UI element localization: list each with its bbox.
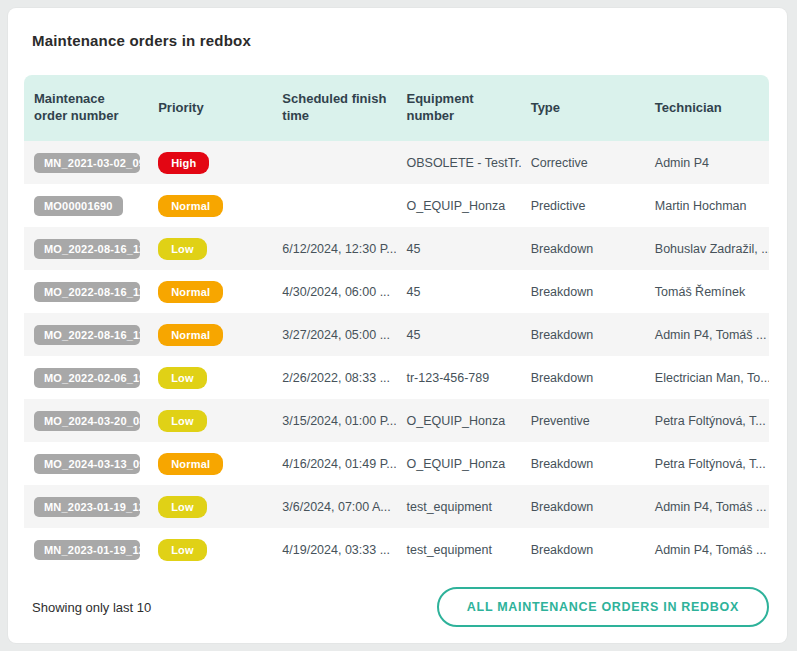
order-number-pill: MO_2022-08-16_11:0 xyxy=(34,325,140,345)
column-header-priority: Priority xyxy=(148,75,272,141)
cell-technician: Admin P4 xyxy=(645,141,769,184)
priority-badge: Normal xyxy=(158,195,223,217)
table-row[interactable]: MO00001690 Normal O_EQUIP_Honza Predicti… xyxy=(24,184,769,227)
cell-order-number: MO00001690 xyxy=(24,184,148,227)
order-number-pill: MN_2023-01-19_12:11 xyxy=(34,540,140,560)
showing-note: Showing only last 10 xyxy=(32,600,151,615)
cell-priority: Normal xyxy=(148,313,272,356)
cell-equipment-number: 45 xyxy=(396,270,520,313)
page-title: Maintenance orders in redbox xyxy=(32,32,771,49)
order-number-pill: MO00001690 xyxy=(34,196,123,216)
cell-technician: Tomáš Řemínek xyxy=(645,270,769,313)
cell-priority: Low xyxy=(148,356,272,399)
all-maintenance-orders-button[interactable]: ALL MAINTENANCE ORDERS IN REDBOX xyxy=(437,587,769,627)
table-header: Maintenace order numberPriorityScheduled… xyxy=(24,75,769,141)
table-row[interactable]: MO_2024-03-13_09:4 Normal 4/16/2024, 01:… xyxy=(24,442,769,485)
cell-scheduled-finish-time: 4/16/2024, 01:49 P... xyxy=(272,442,396,485)
cell-technician: Admin P4, Tomáš ... xyxy=(645,485,769,528)
cell-technician: Admin P4, Tomáš ... xyxy=(645,313,769,356)
cell-type: Preventive xyxy=(521,399,645,442)
cell-order-number: MN_2023-01-19_12:11 xyxy=(24,528,148,571)
column-header-technician: Technician xyxy=(645,75,769,141)
cell-order-number: MO_2022-08-16_11:0 xyxy=(24,313,148,356)
cell-order-number: MO_2022-02-06_19:3 xyxy=(24,356,148,399)
cell-technician: Petra Foltýnová, T... xyxy=(645,399,769,442)
cell-type: Breakdown xyxy=(521,442,645,485)
cell-priority: Normal xyxy=(148,270,272,313)
column-header-equipment_number: Equipment number xyxy=(396,75,520,141)
cell-equipment-number: O_EQUIP_Honza xyxy=(396,399,520,442)
order-number-pill: MO_2022-08-16_11:18 xyxy=(34,239,140,259)
cell-type: Breakdown xyxy=(521,485,645,528)
cell-type: Predictive xyxy=(521,184,645,227)
cell-type: Breakdown xyxy=(521,270,645,313)
cell-scheduled-finish-time: 3/15/2024, 01:00 P... xyxy=(272,399,396,442)
cell-order-number: MO_2022-08-16_11:18 xyxy=(24,227,148,270)
cell-equipment-number: O_EQUIP_Honza xyxy=(396,184,520,227)
cell-order-number: MO_2024-03-20_08: xyxy=(24,399,148,442)
cell-scheduled-finish-time: 2/26/2022, 08:33 ... xyxy=(272,356,396,399)
cell-technician: Bohuslav Zadražil, ... xyxy=(645,227,769,270)
priority-badge: Normal xyxy=(158,453,223,475)
priority-badge: Normal xyxy=(158,324,223,346)
priority-badge: Low xyxy=(158,539,207,561)
table-row[interactable]: MO_2024-03-20_08: Low 3/15/2024, 01:00 P… xyxy=(24,399,769,442)
cell-scheduled-finish-time: 6/12/2024, 12:30 P... xyxy=(272,227,396,270)
cell-type: Breakdown xyxy=(521,356,645,399)
order-number-pill: MO_2022-02-06_19:3 xyxy=(34,368,140,388)
cell-scheduled-finish-time: 4/30/2024, 06:00 ... xyxy=(272,270,396,313)
column-header-type: Type xyxy=(521,75,645,141)
cell-priority: Low xyxy=(148,485,272,528)
order-number-pill: MO_2022-08-16_11:16 xyxy=(34,282,140,302)
table-footer: Showing only last 10 ALL MAINTENANCE ORD… xyxy=(24,587,769,627)
cell-type: Breakdown xyxy=(521,528,645,571)
cell-type: Breakdown xyxy=(521,227,645,270)
table-row[interactable]: MN_2021-03-02_09:3 High OBSOLETE - TestT… xyxy=(24,141,769,184)
cell-order-number: MN_2021-03-02_09:3 xyxy=(24,141,148,184)
cell-technician: Petra Foltýnová, T... xyxy=(645,442,769,485)
cell-priority: Normal xyxy=(148,442,272,485)
cell-technician: Martin Hochman xyxy=(645,184,769,227)
priority-badge: Low xyxy=(158,238,207,260)
table-row[interactable]: MO_2022-08-16_11:16 Normal 4/30/2024, 06… xyxy=(24,270,769,313)
priority-badge: Normal xyxy=(158,281,223,303)
priority-badge: Low xyxy=(158,367,207,389)
cell-priority: Low xyxy=(148,227,272,270)
order-number-pill: MO_2024-03-13_09:4 xyxy=(34,454,140,474)
cell-order-number: MO_2024-03-13_09:4 xyxy=(24,442,148,485)
cell-equipment-number: 45 xyxy=(396,227,520,270)
table-row[interactable]: MO_2022-02-06_19:3 Low 2/26/2022, 08:33 … xyxy=(24,356,769,399)
cell-priority: Normal xyxy=(148,184,272,227)
cell-scheduled-finish-time xyxy=(272,184,396,227)
cell-technician: Admin P4, Tomáš ... xyxy=(645,528,769,571)
cell-equipment-number: tr-123-456-789 xyxy=(396,356,520,399)
cell-equipment-number: test_equipment xyxy=(396,528,520,571)
table-body: MN_2021-03-02_09:3 High OBSOLETE - TestT… xyxy=(24,141,771,571)
table-row[interactable]: MN_2023-01-19_12:11 Low 4/19/2024, 03:33… xyxy=(24,528,769,571)
cell-priority: Low xyxy=(148,399,272,442)
table-row[interactable]: MN_2023-01-19_12:11 Low 3/6/2024, 07:00 … xyxy=(24,485,769,528)
cell-scheduled-finish-time: 3/6/2024, 07:00 A... xyxy=(272,485,396,528)
order-number-pill: MN_2023-01-19_12:11 xyxy=(34,497,140,517)
cell-equipment-number: O_EQUIP_Honza xyxy=(396,442,520,485)
table-row[interactable]: MO_2022-08-16_11:0 Normal 3/27/2024, 05:… xyxy=(24,313,769,356)
order-number-pill: MN_2021-03-02_09:3 xyxy=(34,153,140,173)
cell-type: Breakdown xyxy=(521,313,645,356)
cell-order-number: MO_2022-08-16_11:16 xyxy=(24,270,148,313)
order-number-pill: MO_2024-03-20_08: xyxy=(34,411,140,431)
priority-badge: High xyxy=(158,152,209,174)
cell-scheduled-finish-time: 4/19/2024, 03:33 ... xyxy=(272,528,396,571)
cell-scheduled-finish-time xyxy=(272,141,396,184)
cell-technician: Electrician Man, To... xyxy=(645,356,769,399)
cell-scheduled-finish-time: 3/27/2024, 05:00 ... xyxy=(272,313,396,356)
column-header-scheduled_finish_time: Scheduled finish time xyxy=(272,75,396,141)
cell-type: Corrective xyxy=(521,141,645,184)
priority-badge: Low xyxy=(158,496,207,518)
cell-priority: High xyxy=(148,141,272,184)
cell-equipment-number: test_equipment xyxy=(396,485,520,528)
table-row[interactable]: MO_2022-08-16_11:18 Low 6/12/2024, 12:30… xyxy=(24,227,769,270)
cell-equipment-number: 45 xyxy=(396,313,520,356)
maintenance-orders-card: Maintenance orders in redbox Maintenace … xyxy=(8,8,787,643)
cell-priority: Low xyxy=(148,528,272,571)
column-header-order_number: Maintenace order number xyxy=(24,75,148,141)
